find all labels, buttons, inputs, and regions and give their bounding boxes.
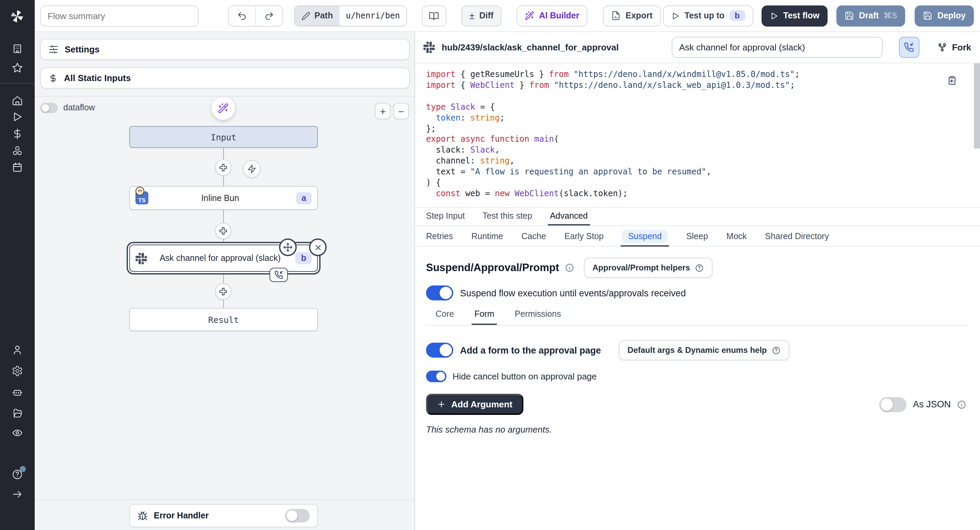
resources-boxes-icon[interactable] xyxy=(11,145,23,157)
tab-shared-directory[interactable]: Shared Directory xyxy=(765,226,829,246)
tab-step-input[interactable]: Step Input xyxy=(426,211,465,225)
info-icon[interactable] xyxy=(565,263,574,273)
step-id-badge: b xyxy=(296,252,312,264)
insert-step-button[interactable] xyxy=(215,283,231,300)
add-argument-button[interactable]: Add Argument xyxy=(426,394,523,415)
windmill-logo-icon[interactable] xyxy=(10,9,24,24)
path-group: Path u/henri/ben xyxy=(294,5,407,26)
tab-early-stop[interactable]: Early Stop xyxy=(565,226,604,246)
tab-mock[interactable]: Mock xyxy=(727,226,747,246)
tab-advanced[interactable]: Advanced xyxy=(550,211,588,225)
tab-cache[interactable]: Cache xyxy=(521,226,546,246)
undo-button[interactable] xyxy=(229,6,255,26)
code-scrollbar[interactable] xyxy=(974,63,980,148)
help-circle-icon xyxy=(772,346,781,354)
tab-sleep[interactable]: Sleep xyxy=(686,226,708,246)
flow-summary-input[interactable] xyxy=(40,5,199,26)
schedules-calendar-icon[interactable] xyxy=(11,161,23,173)
as-json-label: As JSON xyxy=(913,399,951,409)
insert-step-button[interactable] xyxy=(215,223,231,239)
approval-prompt-helpers-button[interactable]: Approval/Prompt helpers xyxy=(584,257,713,278)
suspend-phone-badge xyxy=(269,268,288,282)
save-icon xyxy=(923,11,933,21)
diff-button[interactable]: ± Diff xyxy=(461,5,501,26)
redo-button[interactable] xyxy=(255,6,282,26)
typescript-bun-icon: TS xyxy=(135,192,148,204)
flow-input-node[interactable]: Input xyxy=(129,126,318,148)
ai-builder-button[interactable]: AI Builder xyxy=(517,5,587,26)
tab-test-this-step[interactable]: Test this step xyxy=(482,211,532,225)
copy-code-button[interactable] xyxy=(947,76,957,85)
move-step-button[interactable] xyxy=(279,238,297,256)
tab-suspend[interactable]: Suspend xyxy=(622,226,668,246)
tab-form[interactable]: Form xyxy=(474,309,494,325)
insert-step-button[interactable] xyxy=(215,160,231,176)
fork-button[interactable]: Fork xyxy=(937,42,971,53)
zoom-out-button[interactable]: − xyxy=(393,103,409,119)
plus-icon xyxy=(437,400,446,409)
folders-icon[interactable] xyxy=(11,407,23,419)
toolbar: Path u/henri/ben ± Diff AI Builder Expor… xyxy=(35,0,980,32)
trigger-zap-button[interactable] xyxy=(243,160,261,178)
tab-permissions[interactable]: Permissions xyxy=(515,309,561,325)
path-value[interactable]: u/henri/ben xyxy=(340,6,406,26)
error-handler-row[interactable]: Error Handler xyxy=(129,504,318,527)
step-name-input[interactable] xyxy=(672,37,883,58)
pencil-icon xyxy=(301,11,310,20)
variables-dollar-icon[interactable] xyxy=(11,128,23,140)
users-icon[interactable] xyxy=(11,344,23,356)
deploy-button[interactable]: Deploy xyxy=(915,5,974,26)
ai-flow-wand-button[interactable] xyxy=(212,97,235,120)
move-arrows-icon xyxy=(283,243,293,252)
play-icon xyxy=(770,11,778,20)
hide-cancel-toggle[interactable] xyxy=(426,370,447,382)
flow-settings-button[interactable]: Settings xyxy=(40,39,410,60)
default-args-help-button[interactable]: Default args & Dynamic enums help xyxy=(619,340,789,360)
wand-sparkles-icon xyxy=(525,11,534,21)
flow-graph-panel: Settings All Static Inputs dataflow + − … xyxy=(35,32,415,530)
book-open-icon xyxy=(429,11,439,21)
delete-step-button[interactable] xyxy=(309,238,327,256)
audit-eye-icon[interactable] xyxy=(11,427,23,439)
all-static-inputs-button[interactable]: All Static Inputs xyxy=(40,67,410,89)
tab-core[interactable]: Core xyxy=(436,309,454,325)
home-icon[interactable] xyxy=(11,95,23,106)
close-icon xyxy=(313,243,322,252)
play-icon xyxy=(671,11,679,20)
expand-rail-arrow-icon[interactable] xyxy=(11,488,23,500)
dataflow-toggle[interactable] xyxy=(40,103,58,113)
export-button[interactable]: Export xyxy=(603,5,660,26)
runs-play-icon[interactable] xyxy=(11,111,23,123)
suspend-indicator-button[interactable] xyxy=(899,37,920,58)
workers-robot-icon[interactable] xyxy=(11,386,23,398)
step-badge: b xyxy=(729,10,745,21)
info-icon[interactable] xyxy=(957,399,966,409)
plus-minus-icon: ± xyxy=(469,10,474,21)
flow-result-node[interactable]: Result xyxy=(129,308,318,331)
test-flow-button[interactable]: Test flow xyxy=(762,5,828,26)
test-up-to-button[interactable]: Test up to b xyxy=(662,5,753,26)
as-json-toggle[interactable] xyxy=(880,397,907,412)
code-editor[interactable]: import { getResumeUrls } from "https://d… xyxy=(415,63,980,208)
favorites-star-icon[interactable] xyxy=(11,62,23,73)
step-id-badge: a xyxy=(296,192,312,204)
panel-divider xyxy=(35,499,414,500)
workspace-building-icon[interactable] xyxy=(11,43,23,54)
hub-script-path[interactable]: hub/2439/slack/ask_channel_for_approval xyxy=(442,42,619,53)
suspend-sub-tabs: Core Form Permissions xyxy=(426,309,969,326)
step-node-inline-bun[interactable]: TS Inline Bun a xyxy=(129,186,318,210)
docs-book-button[interactable] xyxy=(422,5,446,26)
tab-retries[interactable]: Retries xyxy=(426,226,453,246)
wand-sparkles-icon xyxy=(218,103,229,114)
step-editor-header: hub/2439/slack/ask_channel_for_approval … xyxy=(415,32,980,63)
help-circle-icon[interactable] xyxy=(11,469,23,480)
dollar-icon xyxy=(48,73,58,83)
suspend-flow-toggle[interactable] xyxy=(426,286,453,300)
zoom-in-button[interactable]: + xyxy=(375,103,391,119)
add-form-toggle[interactable] xyxy=(426,343,453,358)
draft-button[interactable]: Draft ⌘S xyxy=(837,5,905,26)
tab-runtime[interactable]: Runtime xyxy=(471,226,503,246)
error-handler-toggle[interactable] xyxy=(285,509,310,522)
edit-path-button[interactable]: Path xyxy=(295,6,340,26)
settings-gear-icon[interactable] xyxy=(11,365,23,377)
